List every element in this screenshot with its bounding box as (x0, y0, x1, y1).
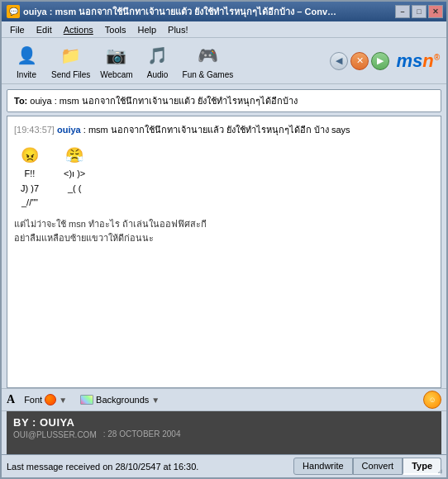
chat-note-line2: อย่าลืมแหลือบซ้ายแขวาให้ดีก่อนนะ (14, 231, 434, 245)
send-files-button[interactable]: 📁 Send Files (48, 40, 93, 81)
chat-line: [19:43:57] ouiya : msm นอกจากใช้นึกทาเจ้… (14, 123, 434, 137)
backgrounds-dropdown-arrow: ▼ (151, 396, 160, 405)
main-window: 💬 ouiya : msm นอกจากใช้นึกทาเจ้านายแต้ว … (0, 0, 448, 479)
minimize-button[interactable]: – (395, 5, 410, 18)
chat-sender: ouiya (57, 125, 81, 135)
backgrounds-button[interactable]: Backgrounds ▼ (76, 392, 164, 407)
fun-games-label: Fun & Games (183, 70, 234, 79)
back-nav-button[interactable]: ◀ (330, 52, 348, 70)
chat-timestamp: [19:43:57] (14, 125, 55, 135)
menu-edit[interactable]: Edit (31, 23, 57, 36)
title-bar-left: 💬 ouiya : msm นอกจากใช้นึกทาเจ้านายแต้ว … (7, 4, 337, 19)
send-files-icon: 📁 (58, 42, 84, 69)
webcam-label: Webcam (100, 70, 132, 79)
toolbar-right: ◀ ✕ ▶ msn® (330, 50, 440, 72)
convert-tab[interactable]: Convert (353, 458, 403, 475)
status-text: Last message received on 28/10/2547 at 1… (7, 462, 290, 472)
window-icon: 💬 (7, 5, 20, 18)
emoticon-1-line3: _//"" (21, 196, 38, 211)
chat-area[interactable]: [19:43:57] ouiya : msm นอกจากใช้นึกทาเจ้… (7, 116, 441, 388)
to-label: To: (14, 96, 30, 106)
webcam-icon: 📷 (103, 42, 130, 69)
msn-smiley-button[interactable]: ☺ (423, 391, 441, 409)
fun-games-button[interactable]: 🎮 Fun & Games (179, 40, 237, 81)
font-icon: A (7, 393, 15, 406)
title-bar-controls: – □ ✕ (395, 5, 443, 18)
status-bar: Last message received on 28/10/2547 at 1… (2, 454, 446, 477)
menu-file[interactable]: File (5, 23, 30, 36)
chat-colon: : (81, 125, 88, 135)
emoticon-row: 😠 F!! J) )7 _//"" 😤 <)ı )> _( ( (21, 144, 434, 211)
font-color-indicator (45, 394, 56, 405)
emoticon-1-line2: J) )7 (21, 182, 39, 197)
fun-games-icon: 🎮 (194, 42, 221, 69)
invite-label: Invite (17, 70, 36, 79)
menu-actions[interactable]: Actions (59, 23, 98, 36)
user-display-name: BY : OUIYA (13, 416, 435, 429)
menu-help[interactable]: Help (132, 23, 161, 36)
backgrounds-label: Backgrounds (96, 395, 149, 405)
send-files-label: Send Files (51, 70, 90, 79)
backgrounds-icon (80, 395, 93, 405)
chat-message-text: msm นอกจากใช้นึกทาเจ้านายแล้ว ยังใช้ทำไร… (88, 125, 350, 135)
toolbar: 👤 Invite 📁 Send Files 📷 Webcam 🎵 Audio 🎮… (2, 38, 446, 84)
audio-icon: 🎵 (145, 42, 171, 69)
close-button[interactable]: ✕ (428, 5, 443, 18)
audio-label: Audio (147, 70, 169, 79)
font-label: Font (24, 395, 42, 405)
to-value: ouiya : msm นอกจากใช้นึกทาเจ้านายแต้ว ยั… (30, 96, 297, 106)
emoticon-1: 😠 F!! J) )7 _//"" (21, 144, 39, 211)
user-email: OUI@PLUSSER.COM (13, 430, 97, 439)
handwrite-tab[interactable]: Handwrite (293, 458, 353, 475)
resize-handle[interactable]: ⊿ (435, 466, 445, 476)
emoticon-2: 😤 <)ı )> _( ( (64, 144, 85, 211)
status-tabs: Handwrite Convert Type (293, 458, 441, 475)
format-bar: A Font ▼ Backgrounds ▼ ☺ (2, 388, 446, 411)
menu-tools[interactable]: Tools (100, 23, 131, 36)
emoticon-2-line2: <)ı )> (64, 167, 85, 182)
format-bar-right: ☺ (423, 391, 441, 409)
go-nav-button[interactable]: ▶ (371, 52, 389, 70)
font-button[interactable]: Font ▼ (20, 391, 71, 408)
nav-buttons: ◀ ✕ ▶ (330, 52, 389, 70)
menu-plus[interactable]: Plus! (163, 23, 193, 36)
chat-note-line1: แต่ไม่ว่าจะใช้ msn ทำอะไร ถ้าเล่นในออฟฟิ… (14, 217, 434, 231)
user-date: : 28 OCTOBER 2004 (103, 429, 181, 439)
stop-nav-button[interactable]: ✕ (350, 52, 369, 70)
to-field: To: ouiya : msm นอกจากใช้นึกทาเจ้านายแต้… (7, 89, 441, 112)
emoticon-2-icon: 😤 (65, 144, 83, 168)
menu-bar: File Edit Actions Tools Help Plus! (2, 21, 446, 38)
font-dropdown-arrow: ▼ (59, 396, 67, 405)
emoticon-1-line1: F!! (25, 167, 36, 182)
emoticon-2-line3: _( ( (68, 182, 82, 197)
title-bar: 💬 ouiya : msm นอกจากใช้นึกทาเจ้านายแต้ว … (2, 2, 446, 21)
input-area[interactable]: BY : OUIYA OUI@PLUSSER.COM : 28 OCTOBER … (7, 411, 441, 454)
window-title: ouiya : msm นอกจากใช้นึกทาเจ้านายแต้ว ยั… (23, 4, 337, 19)
chat-note: แต่ไม่ว่าจะใช้ msn ทำอะไร ถ้าเล่นในออฟฟิ… (14, 217, 434, 244)
maximize-button[interactable]: □ (412, 5, 427, 18)
msn-logo: msn® (396, 50, 440, 72)
invite-button[interactable]: 👤 Invite (8, 40, 45, 81)
webcam-button[interactable]: 📷 Webcam (97, 40, 136, 81)
invite-icon: 👤 (13, 42, 40, 69)
emoticon-1-icon: 😠 (21, 144, 39, 168)
audio-button[interactable]: 🎵 Audio (140, 40, 176, 81)
